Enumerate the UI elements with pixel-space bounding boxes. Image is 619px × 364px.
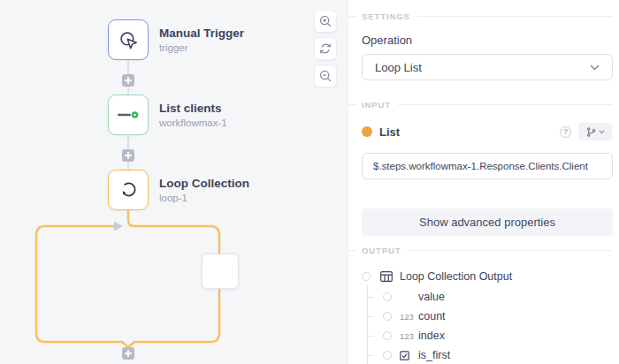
- loop-icon: [117, 178, 140, 201]
- node-loop-collection[interactable]: Loop Collection loop-1: [108, 170, 249, 210]
- section-divider-input: INPUT: [348, 99, 612, 110]
- manual-trigger-icon: [117, 28, 140, 51]
- add-step-button[interactable]: [122, 149, 134, 162]
- node-subtitle: loop-1: [159, 193, 249, 203]
- workflowmax-icon: [117, 110, 140, 120]
- section-label: OUTPUT: [362, 246, 401, 255]
- number-type-label: 123: [400, 312, 416, 322]
- radio-button[interactable]: [383, 312, 392, 321]
- section-divider-output: OUTPUT: [348, 245, 612, 256]
- loop-flow-arrow-icon: [114, 222, 123, 231]
- add-loop-step-button[interactable]: [122, 347, 134, 360]
- tree-row-count[interactable]: 123 count: [362, 307, 612, 326]
- mapping-mode-button[interactable]: [578, 123, 612, 140]
- empty-node-placeholder[interactable]: [202, 254, 239, 289]
- operation-select[interactable]: Loop List: [362, 54, 613, 80]
- radio-button[interactable]: [362, 272, 371, 281]
- zoom-out-button[interactable]: [314, 64, 337, 87]
- output-schema-tree: Loop Collection Output value 123 count 1…: [362, 266, 612, 364]
- reset-view-button[interactable]: [314, 37, 337, 60]
- node-list-clients[interactable]: List clients workflowmax-1: [108, 95, 227, 135]
- tree-row-index[interactable]: 123 index: [362, 326, 612, 345]
- zoom-out-icon: [318, 69, 332, 83]
- show-advanced-button[interactable]: Show advanced properties: [362, 209, 613, 236]
- node-subtitle: workflowmax-1: [159, 118, 227, 128]
- operation-label: Operation: [362, 34, 412, 47]
- help-icon[interactable]: ?: [560, 126, 571, 138]
- node-title: List clients: [159, 102, 227, 115]
- tree-node-label: index: [418, 330, 445, 342]
- tree-children: value 123 count 123 index: [362, 287, 612, 364]
- list-clients-icon-box[interactable]: [108, 95, 149, 135]
- node-title: Manual Trigger: [159, 27, 244, 40]
- number-type-label: 123: [400, 331, 416, 341]
- properties-panel: SETTINGS Operation Loop List INPUT List …: [348, 0, 619, 364]
- chevron-down-icon: [590, 64, 600, 71]
- input-property-row: List ?: [362, 123, 612, 140]
- add-step-button[interactable]: [122, 74, 134, 87]
- table-icon: [380, 271, 393, 282]
- input-property-name: List: [379, 125, 400, 139]
- tree-row-is-first[interactable]: is_first: [362, 345, 612, 364]
- chevron-down-icon: [599, 130, 605, 134]
- loop-path: [36, 210, 219, 347]
- zoom-in-icon: [318, 14, 332, 28]
- section-label: INPUT: [362, 100, 391, 110]
- workflow-canvas[interactable]: Manual Trigger trigger List clients work…: [0, 0, 348, 364]
- section-label: SETTINGS: [362, 11, 410, 21]
- node-manual-trigger[interactable]: Manual Trigger trigger: [108, 19, 244, 60]
- tree-node-label: Loop Collection Output: [400, 270, 512, 283]
- section-divider-settings: SETTINGS: [348, 11, 612, 22]
- node-subtitle: trigger: [159, 42, 244, 53]
- radio-button[interactable]: [383, 351, 392, 360]
- branch-icon: [586, 127, 596, 137]
- radio-button[interactable]: [383, 331, 392, 340]
- boolean-checkbox-icon: [400, 351, 416, 360]
- manual-trigger-icon-box[interactable]: [108, 19, 149, 60]
- radio-button[interactable]: [383, 292, 392, 301]
- tree-node-label: is_first: [418, 349, 450, 361]
- node-title: Loop Collection: [159, 177, 249, 190]
- tree-row-value[interactable]: value: [362, 287, 612, 307]
- canvas-zoom-controls: [314, 10, 337, 87]
- list-jsonpath-input[interactable]: $.steps.workflowmax-1.Response.Clients.C…: [362, 153, 613, 179]
- operation-value: Loop List: [375, 61, 422, 74]
- tree-node-label: value: [418, 291, 445, 303]
- required-dot: [362, 126, 372, 137]
- tree-root-row[interactable]: Loop Collection Output: [362, 266, 612, 287]
- refresh-icon: [318, 42, 332, 56]
- zoom-in-button[interactable]: [314, 10, 337, 33]
- loop-collection-icon-box[interactable]: [108, 170, 149, 210]
- tree-node-label: count: [418, 310, 446, 322]
